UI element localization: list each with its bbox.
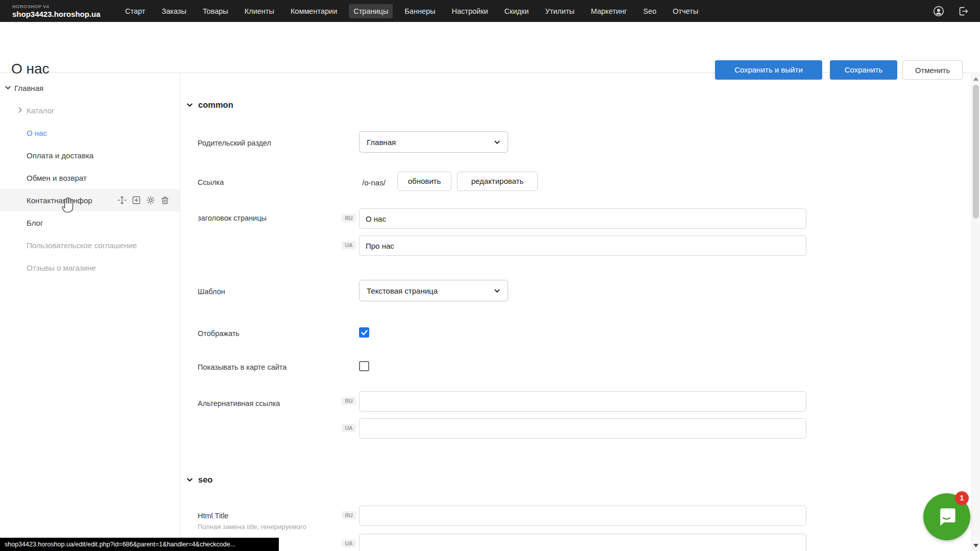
html-title-hint: Полная замена title, генерируемого (198, 523, 351, 531)
sidebar-item-about[interactable]: О нас (0, 122, 180, 144)
template-value: Текстовая страница (367, 286, 494, 295)
link-path-text: /o-nas/ (362, 178, 386, 187)
status-url-tooltip: shop34423.horoshop.ua/edit/edit.php?id=6… (0, 538, 279, 551)
scrollbar-thumb[interactable] (973, 85, 979, 219)
chevron-down-icon (494, 288, 500, 294)
page-edit-form: common Родительский раздел Главная Ссылк… (180, 74, 971, 551)
pages-tree-sidebar: Главная Каталог О нас Оплата и доставка … (0, 74, 180, 551)
sidebar-item-label: Отзывы о магазине (27, 263, 95, 272)
account-icon[interactable] (933, 6, 944, 17)
chevron-down-icon[interactable] (5, 84, 11, 91)
shop-logo[interactable]: HOROSHOP V4 shop34423.horoshop.ua (12, 4, 112, 18)
logo-domain-text: shop34423.horoshop.ua (12, 10, 112, 18)
nav-utilities[interactable]: Утилиты (540, 4, 579, 18)
scroll-up-arrow[interactable] (973, 77, 978, 81)
scroll-down-arrow[interactable] (973, 544, 978, 547)
vertical-scrollbar[interactable] (971, 74, 980, 551)
sidebar-item-catalog[interactable]: Каталог (0, 99, 180, 122)
sitemap-label: Показывать в карте сайта (198, 363, 351, 371)
checkmark-icon (361, 330, 368, 336)
nav-settings[interactable]: Настройки (447, 4, 492, 18)
sidebar-item-blog[interactable]: Блог (0, 211, 180, 234)
html-title-ua-input[interactable] (359, 534, 806, 551)
nav-banners[interactable]: Баннеры (400, 4, 440, 18)
lang-ru-tag: RU (342, 214, 356, 222)
lang-ru-tag: RU (342, 511, 356, 519)
display-checkbox[interactable] (359, 327, 369, 338)
template-label: Шаблон (198, 288, 351, 296)
section-title: seo (198, 475, 212, 485)
nav-pages[interactable]: Страницы (349, 4, 393, 18)
chevron-right-icon[interactable] (17, 107, 23, 113)
lang-ua-tag: UA (342, 539, 356, 547)
nav-marketing[interactable]: Маркетинг (586, 4, 632, 18)
sidebar-item-contact-info[interactable]: Контактная инфор (0, 189, 180, 211)
topbar-right-icons (933, 6, 969, 17)
sidebar-item-label: Обмен и возврат (27, 174, 87, 182)
lang-ru-tag: RU (342, 397, 356, 405)
save-and-exit-button[interactable]: Сохранить и выйти (715, 60, 822, 80)
sidebar-item-label: Оплата и доставка (27, 151, 93, 160)
topbar: HOROSHOP V4 shop34423.horoshop.ua Старт … (0, 0, 980, 22)
nav-products[interactable]: Товары (198, 4, 233, 18)
sidebar-item-label: Пользовательское соглашение (27, 241, 137, 250)
nav-orders[interactable]: Заказы (157, 4, 190, 18)
parent-section-select[interactable]: Главная (359, 131, 508, 153)
sidebar-item-label: Главная (14, 84, 43, 92)
nav-start[interactable]: Старт (121, 4, 150, 18)
section-seo-toggle[interactable]: seo (186, 475, 212, 485)
nav-seo[interactable]: Seo (639, 4, 661, 18)
chevron-down-icon (186, 476, 193, 483)
parent-section-label: Родительский раздел (198, 139, 351, 147)
html-title-label: Html Title (198, 512, 351, 520)
page-title: О нас (11, 61, 50, 77)
chat-widget-button[interactable]: 1 (923, 493, 970, 540)
nav-clients[interactable]: Клиенты (240, 4, 279, 18)
logout-icon[interactable] (958, 6, 969, 17)
refresh-link-button[interactable]: обновить (397, 172, 451, 191)
page-title-label: заголовок страницы (198, 214, 351, 222)
sidebar-item-label: Блог (27, 219, 43, 227)
nav-reports[interactable]: Отчеты (668, 4, 703, 18)
lang-ua-tag: UA (342, 241, 356, 249)
sidebar-item-label: Каталог (27, 106, 55, 115)
top-nav: Старт Заказы Товары Клиенты Комментарии … (121, 4, 703, 18)
row-actions (117, 196, 170, 205)
sidebar-item-user-agreement[interactable]: Пользовательское соглашение (0, 234, 180, 256)
chevron-down-icon (186, 102, 193, 108)
cancel-button[interactable]: Отменить (902, 60, 963, 80)
sidebar-item-exchange-return[interactable]: Обмен и возврат (0, 166, 180, 189)
section-common-toggle[interactable]: common (186, 100, 233, 110)
html-title-ru-input[interactable] (359, 506, 806, 526)
link-label: Ссылка (198, 178, 351, 186)
nav-discounts[interactable]: Скидки (500, 4, 534, 18)
chat-unread-badge: 1 (955, 491, 969, 505)
template-select[interactable]: Текстовая страница (359, 280, 508, 301)
sidebar-item-store-reviews[interactable]: Отзывы о магазине (0, 256, 180, 279)
alt-link-ru-input[interactable] (359, 391, 806, 412)
sidebar-item-payment-delivery[interactable]: Оплата и доставка (0, 144, 180, 166)
add-page-icon[interactable] (132, 196, 141, 205)
alt-link-label: Альтернативная ссылка (198, 399, 351, 408)
section-title: common (198, 100, 233, 110)
lang-ua-tag: UA (342, 424, 356, 432)
parent-section-value: Главная (367, 138, 494, 147)
sidebar-item-label: Контактная инфор (27, 196, 92, 205)
sidebar-item-home[interactable]: Главная (0, 77, 180, 99)
edit-link-button[interactable]: редактировать (457, 172, 538, 191)
alt-link-ua-input[interactable] (359, 418, 806, 439)
horoshop-admin-screen: HOROSHOP V4 shop34423.horoshop.ua Старт … (0, 0, 980, 551)
save-button[interactable]: Сохранить (830, 60, 897, 80)
nav-comments[interactable]: Комментарии (286, 4, 342, 18)
page-title-ua-input[interactable] (359, 235, 806, 256)
logo-version-text: HOROSHOP V4 (12, 4, 112, 9)
delete-trash-icon[interactable] (160, 196, 170, 205)
sidebar-item-label: О нас (27, 129, 47, 137)
chevron-down-icon (494, 139, 500, 146)
display-label: Отображать (198, 329, 351, 338)
settings-gear-icon[interactable] (146, 196, 155, 205)
sitemap-checkbox[interactable] (359, 361, 369, 371)
page-title-ru-input[interactable] (359, 208, 806, 229)
chat-bubble-icon (936, 506, 958, 528)
drag-move-icon[interactable] (117, 196, 127, 205)
